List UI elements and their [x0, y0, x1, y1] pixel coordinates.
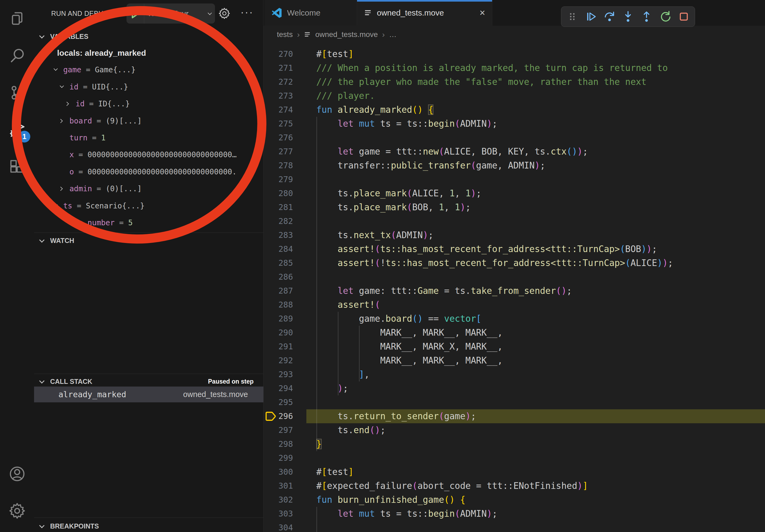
code-line-293[interactable]: 293 ],: [264, 368, 765, 382]
line-number[interactable]: 287: [264, 284, 293, 298]
line-number[interactable]: 296: [264, 409, 293, 423]
breakpoints-section-header[interactable]: BREAKPOINTS: [34, 519, 263, 532]
code-line-282[interactable]: 282: [264, 214, 765, 228]
line-number[interactable]: 281: [264, 200, 293, 214]
files-icon[interactable]: [0, 0, 34, 37]
variable-row-admin[interactable]: admin = (0)[...]: [34, 180, 264, 197]
line-number[interactable]: 278: [264, 158, 293, 172]
scope-row-locals[interactable]: locals: already_marked: [34, 45, 264, 61]
code-line-270[interactable]: 270#[test]: [264, 47, 765, 61]
watch-section-header[interactable]: WATCH: [34, 234, 263, 247]
code-line-296[interactable]: 296 ts.return_to_sender(game);: [264, 409, 765, 423]
close-icon[interactable]: ×: [479, 7, 485, 19]
chevron-down-icon[interactable]: [54, 67, 58, 71]
line-number[interactable]: 286: [264, 270, 293, 284]
code-line-273[interactable]: 273/// player.: [264, 89, 765, 103]
line-number[interactable]: 292: [264, 354, 293, 368]
variable-row-ts[interactable]: ts = Scenario{...}: [34, 197, 264, 214]
code-line-272[interactable]: 272/// the player who made the "false" m…: [264, 75, 765, 89]
extensions-icon[interactable]: [0, 148, 34, 185]
code-line-291[interactable]: 291 MARK__, MARK_X, MARK__,: [264, 340, 765, 354]
line-number[interactable]: 302: [264, 493, 293, 507]
variable-row-id[interactable]: id = UID{...}: [34, 79, 264, 95]
code-line-295[interactable]: 295: [264, 396, 765, 409]
code-line-288[interactable]: 288 assert!(: [264, 298, 765, 312]
line-number[interactable]: 288: [264, 298, 293, 312]
stop-icon[interactable]: [676, 9, 691, 24]
tab-welcome[interactable]: Welcome: [265, 0, 357, 26]
variable-row-board[interactable]: board = (9)[...]: [34, 113, 264, 130]
breadcrumb-item-file[interactable]: owned_tests.move: [315, 30, 378, 39]
code-line-292[interactable]: 292 MARK__, MARK__, MARK__,: [264, 354, 765, 368]
code-editor[interactable]: 270#[test]271/// When a position is alre…: [264, 43, 765, 532]
start-debug-icon[interactable]: [127, 3, 144, 24]
variable-row-game[interactable]: game = Game{...}: [34, 61, 264, 78]
code-line-294[interactable]: 294 );: [264, 382, 765, 396]
chevron-right-icon[interactable]: [59, 119, 63, 123]
code-line-297[interactable]: 297 ts.end();: [264, 423, 765, 437]
code-line-286[interactable]: 286: [264, 270, 765, 284]
line-number[interactable]: 295: [264, 396, 293, 409]
code-line-283[interactable]: 283 ts.next_tx(ADMIN);: [264, 228, 765, 242]
chevron-right-icon[interactable]: [65, 102, 69, 106]
line-number[interactable]: 273: [264, 89, 293, 103]
debug-config-dropdown[interactable]: No Configur: [127, 3, 215, 24]
line-number[interactable]: 277: [264, 145, 293, 158]
source-control-icon[interactable]: [0, 74, 34, 111]
code-line-279[interactable]: 279: [264, 172, 765, 186]
variable-row-x[interactable]: x = 00000000000000000000000000000000…: [34, 146, 264, 163]
restart-icon[interactable]: [658, 9, 673, 24]
code-line-276[interactable]: 276: [264, 131, 765, 145]
chevron-down-icon[interactable]: [54, 202, 58, 207]
line-number[interactable]: 297: [264, 423, 293, 437]
code-line-289[interactable]: 289 game.board() == vector[: [264, 312, 765, 326]
line-number[interactable]: 276: [264, 131, 293, 145]
code-line-303[interactable]: 303 let mut ts = ts::begin(ADMIN);: [264, 507, 765, 521]
variable-row-o[interactable]: o = 00000000000000000000000000000000.: [34, 163, 264, 180]
line-number[interactable]: 289: [264, 312, 293, 326]
code-line-298[interactable]: 298}: [264, 437, 765, 451]
line-number[interactable]: 270: [264, 47, 293, 61]
tab-owned-tests-move[interactable]: owned_tests.move ×: [357, 0, 492, 26]
variable-row-txn_number[interactable]: txn_number = 5: [34, 214, 264, 231]
debug-settings-gear-icon[interactable]: [219, 8, 230, 20]
line-number[interactable]: 300: [264, 465, 293, 479]
code-line-299[interactable]: 299: [264, 451, 765, 465]
search-icon[interactable]: [0, 37, 34, 74]
settings-icon[interactable]: [0, 492, 34, 529]
line-number[interactable]: 304: [264, 521, 293, 532]
variable-row-turn[interactable]: turn = 1: [34, 130, 264, 146]
line-number[interactable]: 272: [264, 75, 293, 89]
line-number[interactable]: 293: [264, 368, 293, 382]
code-line-281[interactable]: 281 ts.place_mark(BOB, 1, 1);: [264, 200, 765, 214]
line-number[interactable]: 303: [264, 507, 293, 521]
line-number[interactable]: 284: [264, 242, 293, 256]
code-line-302[interactable]: 302fun burn_unfinished_game() {: [264, 493, 765, 507]
breadcrumb-item-tests[interactable]: tests: [277, 30, 293, 39]
code-line-280[interactable]: 280 ts.place_mark(ALICE, 1, 1);: [264, 186, 765, 200]
code-line-290[interactable]: 290 MARK__, MARK__, MARK__,: [264, 326, 765, 340]
step-into-icon[interactable]: [620, 9, 635, 24]
code-line-277[interactable]: 277 let game = ttt::new(ALICE, BOB, KEY,…: [264, 145, 765, 158]
line-number[interactable]: 301: [264, 479, 293, 493]
line-number[interactable]: 299: [264, 451, 293, 465]
step-out-icon[interactable]: [639, 9, 654, 24]
code-line-284[interactable]: 284 assert!(ts::has_most_recent_for_addr…: [264, 242, 765, 256]
line-number[interactable]: 279: [264, 172, 293, 186]
code-line-271[interactable]: 271/// When a position is already marked…: [264, 61, 765, 75]
continue-icon[interactable]: [583, 9, 598, 24]
run-and-debug-icon[interactable]: 1: [0, 111, 34, 148]
chevron-down-icon[interactable]: [47, 50, 52, 54]
chevron-down-icon[interactable]: [60, 84, 64, 88]
code-line-301[interactable]: 301#[expected_failure(abort_code = ttt::…: [264, 479, 765, 493]
line-number[interactable]: 283: [264, 228, 293, 242]
account-icon[interactable]: [0, 455, 34, 492]
line-number[interactable]: 298: [264, 437, 293, 451]
drag-grip-icon[interactable]: [565, 9, 580, 24]
chevron-right-icon[interactable]: [59, 187, 63, 191]
code-line-275[interactable]: 275 let mut ts = ts::begin(ADMIN);: [264, 117, 765, 131]
line-number[interactable]: 290: [264, 326, 293, 340]
call-stack-frame-row[interactable]: already_marked owned_tests.move: [34, 387, 264, 402]
line-number[interactable]: 275: [264, 117, 293, 131]
variables-section-header[interactable]: VARIABLES: [34, 30, 263, 43]
